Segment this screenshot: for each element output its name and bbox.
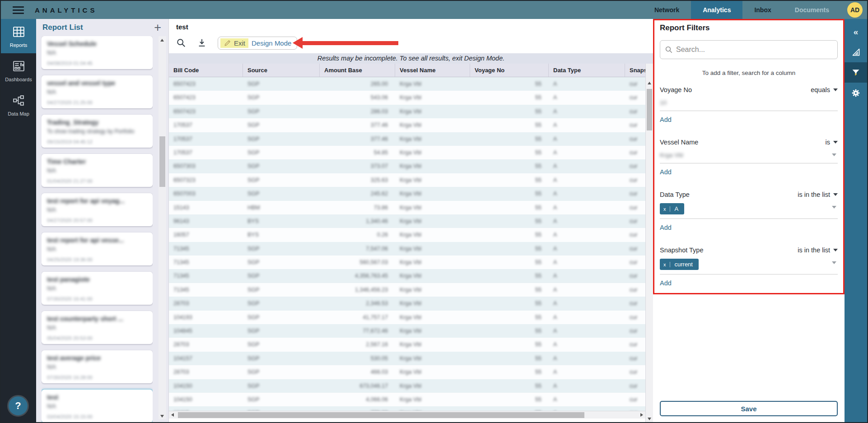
table-row[interactable]: 170537SGP54.85Krga Vbl55Acur bbox=[169, 146, 645, 159]
table-row[interactable]: 104150SGP4,066.06Krga Vbl55Acur bbox=[169, 393, 645, 406]
filter-value-field[interactable]: xA bbox=[660, 203, 838, 219]
report-card[interactable]: test panagioteN/A07/30/2020 16:41:00 bbox=[42, 272, 153, 305]
table-row[interactable]: 6507423SGP265.00Krga Vbl55Acur bbox=[169, 77, 645, 91]
table-row[interactable]: 71345SGP7,547.06Krga Vbl55Acur bbox=[169, 242, 645, 256]
scroll-up-icon[interactable] bbox=[160, 39, 164, 42]
search-icon[interactable] bbox=[176, 38, 186, 48]
table-cell: 28703 bbox=[169, 297, 243, 310]
table-cell: SGP bbox=[243, 283, 320, 297]
column-header-snapshot-type[interactable]: Snapshot Type bbox=[625, 64, 645, 77]
table-row[interactable]: 15143HBM73.86Krga Vbl55Acur bbox=[169, 201, 645, 214]
table-cell: 104150 bbox=[169, 379, 243, 393]
table-row[interactable]: 104193SGP41,757.17Krga Vbl55Acur bbox=[169, 311, 645, 324]
chevron-down-icon[interactable] bbox=[832, 153, 836, 156]
measure-set-square-icon[interactable] bbox=[845, 42, 867, 62]
column-header-data-type[interactable]: Data Type bbox=[549, 64, 625, 77]
filter-operator-value: equals bbox=[811, 86, 830, 93]
filter-operator-dropdown[interactable]: is in the list bbox=[798, 246, 838, 254]
scroll-down-icon[interactable] bbox=[648, 418, 651, 420]
table-row[interactable]: 71345SGP1,346,456.23Krga Vbl55Acur bbox=[169, 283, 645, 297]
table-row[interactable]: 6507003SGP245.62Krga Vbl55Acur bbox=[169, 187, 645, 200]
download-icon[interactable] bbox=[197, 38, 207, 48]
user-avatar[interactable]: AD bbox=[847, 2, 863, 18]
table-row[interactable]: 6507423SGP543.06Krga Vbl55Acur bbox=[169, 91, 645, 104]
nav-tab-analytics[interactable]: Analytics bbox=[691, 1, 742, 19]
report-card[interactable]: testN/A03/04/2020 15:15:00 bbox=[42, 390, 153, 422]
column-header-voyage-no[interactable]: Voyage No bbox=[470, 64, 549, 77]
table-row[interactable]: 104845SGP77,672.46Krga Vbl55Acur bbox=[169, 324, 645, 338]
filter-operator-dropdown[interactable]: is in the list bbox=[798, 191, 838, 198]
nav-tab-documents[interactable]: Documents bbox=[783, 1, 841, 19]
table-row[interactable]: 6507423SGP286.03Krga Vbl55Acur bbox=[169, 105, 645, 118]
filter-value-field[interactable]: xcurrent bbox=[660, 259, 838, 274]
nav-tab-inbox[interactable]: Inbox bbox=[742, 1, 783, 19]
vertical-scroll-thumb[interactable] bbox=[647, 89, 652, 130]
table-horizontal-scrollbar[interactable] bbox=[169, 411, 645, 418]
save-button[interactable]: Save bbox=[660, 401, 838, 416]
remove-chip-icon[interactable]: x bbox=[660, 262, 670, 267]
table-row[interactable]: 170537SGP377.46Krga Vbl55Acur bbox=[169, 132, 645, 146]
filter-operator-dropdown[interactable]: is bbox=[826, 139, 838, 146]
filter-operator-dropdown[interactable]: equals bbox=[811, 86, 838, 93]
report-card[interactable]: test counterparty short ...N/A05/04/2020… bbox=[42, 311, 153, 344]
chevron-down-icon[interactable] bbox=[832, 206, 836, 209]
chevron-down-icon[interactable] bbox=[832, 261, 836, 264]
table-row[interactable]: 28703SGP466.03Krga Vbl55Acur bbox=[169, 365, 645, 379]
sidebar-item-data-map[interactable]: Data Map bbox=[1, 88, 36, 122]
scroll-right-icon[interactable] bbox=[640, 413, 643, 417]
column-header-vessel-name[interactable]: Vessel Name bbox=[395, 64, 470, 77]
report-card[interactable]: test report for api voyag...N/A04/27/202… bbox=[42, 193, 153, 226]
add-filter-value-link[interactable]: Add bbox=[660, 224, 672, 231]
report-card[interactable]: Vessel ScheduleN/A04/08/2019 01:04:45 bbox=[42, 36, 153, 69]
filter-funnel-icon[interactable] bbox=[845, 62, 867, 83]
scroll-left-icon[interactable] bbox=[171, 413, 174, 417]
column-header-bill-code[interactable]: Bill Code bbox=[169, 64, 243, 77]
table-row[interactable]: 71345SGP560,567.03Krga Vbl55Acur bbox=[169, 256, 645, 269]
filter-value-field[interactable]: 10 bbox=[660, 98, 838, 111]
cell-value: Krga Vbl bbox=[400, 259, 421, 265]
help-button[interactable]: ? bbox=[7, 395, 29, 417]
table-row[interactable]: 6507323SGP325.63Krga Vbl55Acur bbox=[169, 173, 645, 187]
sidebar-item-dashboards[interactable]: Dashboards bbox=[1, 53, 36, 88]
horizontal-scroll-thumb[interactable] bbox=[178, 412, 584, 418]
report-list-scroll-thumb[interactable] bbox=[159, 136, 165, 187]
report-card[interactable]: test report for api vesse...N/A04/25/202… bbox=[42, 232, 153, 265]
cell-value: 373.07 bbox=[371, 163, 388, 169]
report-card[interactable]: vessel and vessel typeN/A04/27/2020 21:2… bbox=[42, 75, 153, 108]
table-row[interactable]: 28703SGP2,567.16Krga Vbl55Acur bbox=[169, 338, 645, 351]
hamburger-menu-icon[interactable] bbox=[13, 6, 24, 14]
report-card[interactable]: test average priceN/A07/30/2020 16:28:00 bbox=[42, 350, 153, 383]
filter-value-field[interactable]: Krga Vbl bbox=[660, 151, 838, 163]
filter-search-input[interactable]: Search... bbox=[660, 40, 838, 59]
exit-design-mode-button[interactable]: Exit Design Mode bbox=[218, 37, 297, 50]
table-row[interactable]: 28703SGP2,346.53Krga Vbl55Acur bbox=[169, 297, 645, 310]
sidebar-item-reports[interactable]: Reports bbox=[1, 19, 36, 53]
table-vertical-scrollbar[interactable] bbox=[645, 64, 653, 422]
table-row[interactable]: 96143BYS1,340.46Krga Vbl55Acur bbox=[169, 214, 645, 228]
add-report-button[interactable]: + bbox=[151, 23, 164, 33]
table-row[interactable]: 10415SGP776.03Krga Vbl55Acur bbox=[169, 406, 645, 411]
gear-icon[interactable] bbox=[845, 83, 867, 103]
report-card[interactable]: Trading_StrategyTo show trading strategy… bbox=[42, 115, 153, 148]
column-header-amount-base[interactable]: Amount Base bbox=[320, 64, 395, 77]
add-filter-value-link[interactable]: Add bbox=[660, 116, 672, 123]
table-row[interactable]: 170537SGP377.46Krga Vbl55Acur bbox=[169, 118, 645, 132]
cell-value: 286.03 bbox=[371, 108, 388, 115]
cell-value: SGP bbox=[247, 369, 259, 375]
nav-tab-network[interactable]: Network bbox=[643, 1, 691, 19]
scroll-down-icon[interactable] bbox=[160, 415, 164, 418]
report-card[interactable]: Time CharterN/A01/04/2020 21:27:00 bbox=[42, 154, 153, 187]
table-row[interactable]: 71345SGP4,356,763.45Krga Vbl55Acur bbox=[169, 269, 645, 283]
table-row[interactable]: 16057BYS0.26Krga Vbl55Acur bbox=[169, 228, 645, 242]
add-filter-value-link[interactable]: Add bbox=[660, 279, 672, 287]
remove-chip-icon[interactable]: x bbox=[660, 206, 670, 212]
collapse-panel-icon[interactable]: « bbox=[845, 22, 867, 42]
scroll-up-icon[interactable] bbox=[648, 82, 651, 84]
column-header-source[interactable]: Source bbox=[243, 64, 320, 77]
table-row[interactable]: 104157SGP530.05Krga Vbl55Acur bbox=[169, 352, 645, 365]
add-filter-value-link[interactable]: Add bbox=[660, 168, 672, 176]
cell-value: A bbox=[553, 232, 557, 238]
report-list-scrollbar[interactable] bbox=[159, 36, 166, 419]
table-row[interactable]: 104150SGP673,046.17Krga Vbl55Acur bbox=[169, 379, 645, 393]
table-row[interactable]: 6507303SGP373.07Krga Vbl55Acur bbox=[169, 159, 645, 173]
